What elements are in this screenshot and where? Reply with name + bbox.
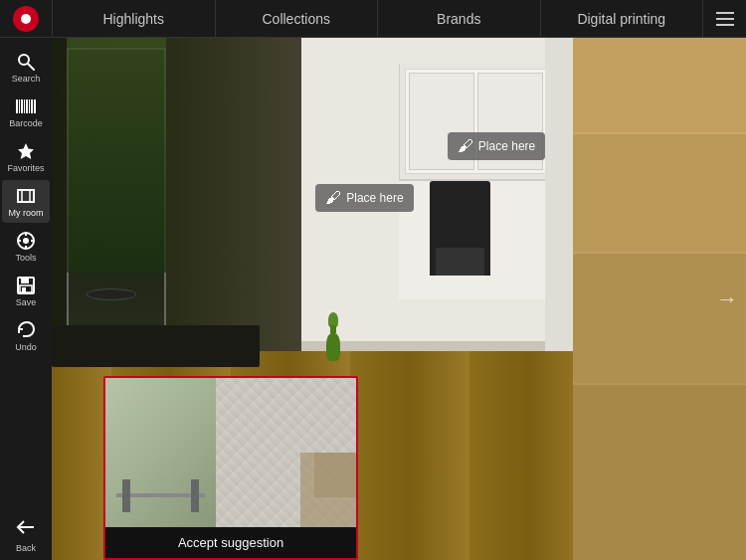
place-here-text-2: Place here — [478, 139, 535, 153]
suggestion-right-panel — [216, 378, 356, 527]
star-icon — [15, 140, 37, 162]
sidebar-label-search: Search — [12, 75, 41, 84]
sidebar-label-save: Save — [16, 298, 37, 307]
stair-3 — [573, 252, 747, 393]
stair-4 — [573, 383, 747, 561]
svg-rect-11 — [18, 190, 34, 202]
sidebar-label-barcode: Barcode — [9, 119, 43, 128]
sidebar-item-my-room[interactable]: My room — [2, 180, 50, 223]
place-icon-2: 🖌 — [458, 137, 473, 155]
sidebar-label-favorites: Favorites — [7, 164, 44, 173]
vase-body — [326, 333, 340, 361]
nav-items: Highlights Collections Brands Digital pr… — [52, 0, 702, 37]
back-button[interactable]: Back — [0, 510, 52, 560]
back-label: Back — [16, 543, 36, 553]
place-here-badge-1[interactable]: 🖌 Place here — [315, 184, 413, 212]
nav-item-collections[interactable]: Collections — [215, 0, 378, 37]
sidebar-item-save[interactable]: Save — [2, 270, 50, 312]
upper-cabinet — [399, 64, 552, 181]
hamburger-line-2 — [716, 18, 734, 20]
kitchen-cabinets — [399, 64, 552, 298]
svg-marker-10 — [18, 143, 34, 159]
foliage — [67, 38, 166, 273]
svg-rect-12 — [22, 190, 30, 202]
suggestion-left-panel — [105, 378, 216, 527]
vase — [326, 312, 340, 362]
hamburger-icon — [716, 12, 734, 26]
top-nav: Highlights Collections Brands Digital pr… — [0, 0, 746, 38]
place-here-badge-2[interactable]: 🖌 Place here — [448, 132, 545, 160]
vase-neck — [330, 325, 336, 333]
sidebar-label-my-room: My room — [8, 209, 43, 218]
next-arrow[interactable]: → — [716, 286, 738, 312]
suggestion-panel: Accept suggestion — [103, 376, 358, 560]
bowl — [87, 288, 136, 300]
nav-item-brands[interactable]: Brands — [377, 0, 540, 37]
barcode-icon — [15, 95, 37, 117]
nav-item-highlights[interactable]: Highlights — [52, 0, 215, 37]
s-chair1 — [122, 479, 130, 512]
svg-rect-5 — [24, 99, 25, 113]
main-layout: Search Barcode — [0, 38, 746, 560]
tools-icon — [15, 230, 37, 252]
appliance — [430, 181, 490, 276]
logo-circle — [13, 6, 39, 32]
sidebar-item-tools[interactable]: Tools — [2, 225, 50, 268]
svg-rect-22 — [22, 287, 26, 292]
hamburger-menu[interactable] — [702, 0, 746, 37]
place-here-text-1: Place here — [346, 191, 403, 205]
hamburger-line-1 — [716, 12, 734, 14]
logo-inner — [21, 14, 31, 24]
svg-rect-9 — [34, 99, 36, 113]
sidebar-label-undo: Undo — [15, 343, 37, 352]
sidebar-label-tools: Tools — [15, 254, 36, 263]
stair-preview2 — [314, 453, 356, 497]
sidebar-item-search[interactable]: Search — [2, 46, 50, 89]
svg-rect-2 — [16, 99, 18, 113]
svg-rect-7 — [29, 99, 30, 113]
nav-item-digital-printing[interactable]: Digital printing — [540, 0, 703, 37]
room-scene: 🖌 Place here 🖌 Place here → — [52, 38, 746, 560]
svg-rect-20 — [21, 278, 29, 283]
suggestion-preview — [105, 378, 356, 527]
sidebar-item-undo[interactable]: Undo — [2, 314, 50, 357]
svg-line-1 — [28, 64, 34, 70]
sidebar-item-favorites[interactable]: Favorites — [2, 135, 50, 178]
stair-2 — [573, 132, 747, 258]
search-icon — [15, 51, 37, 73]
save-icon — [15, 275, 37, 296]
content-area: 🖌 Place here 🖌 Place here → — [52, 38, 746, 560]
svg-rect-4 — [21, 99, 23, 113]
place-icon-1: 🖌 — [325, 189, 341, 207]
svg-rect-8 — [31, 99, 33, 113]
svg-rect-6 — [26, 99, 28, 113]
suggestion-label[interactable]: Accept suggestion — [105, 527, 356, 558]
back-arrow-icon — [16, 518, 36, 541]
stair-1 — [573, 38, 747, 142]
wallpaper-preview — [216, 378, 356, 527]
undo-icon — [15, 319, 37, 341]
sidebar-item-barcode[interactable]: Barcode — [2, 91, 50, 133]
table — [52, 325, 260, 367]
my-room-icon — [15, 185, 37, 207]
sidebar: Search Barcode — [0, 38, 52, 560]
hamburger-line-3 — [716, 24, 734, 26]
s-chair2 — [191, 479, 199, 512]
suggestion-container: Accept suggestion — [103, 376, 358, 560]
svg-rect-3 — [19, 99, 20, 113]
svg-point-14 — [23, 238, 29, 244]
nav-logo — [0, 6, 52, 32]
appliance-base — [436, 248, 484, 276]
